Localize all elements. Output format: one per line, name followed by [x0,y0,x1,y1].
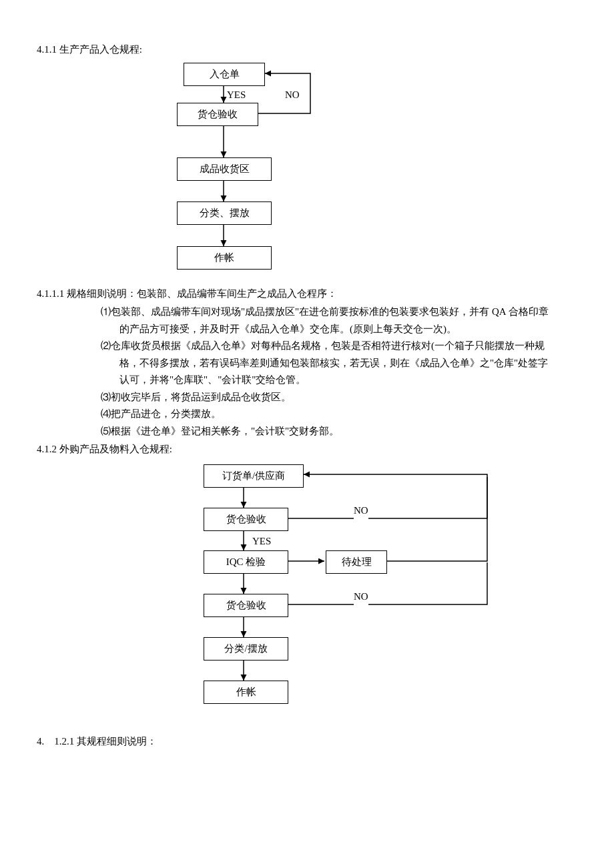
flow2-yes-label: YES [252,533,271,550]
item-2-line3: 认可，并将"仓库联"、"会计联"交给仓管。 [37,372,577,389]
flowchart-1: 入仓单 YES NO 货仓验收 成品收货区 分类、摆放 作帐 [170,63,370,282]
flow2-box-iqc: IQC 检验 [204,550,288,574]
flow1-box-incoming: 入仓单 [184,63,265,87]
item-2-line2: 格，不得多摆放，若有误码率差则通知包装部核实，若无误，则在《成品入仓单》之"仓库… [37,355,577,372]
item-1-line2: 的产品方可接受，并及时开《成品入仓单》交仓库。(原则上每天交仓一次)。 [37,321,577,338]
flow2-box-account: 作帐 [204,681,288,705]
flow1-no-label: NO [285,87,300,104]
flow2-box-receive1: 货仓验收 [204,508,288,532]
flow2-box-receive2: 货仓验收 [204,594,288,618]
flow1-yes-label: YES [227,87,246,104]
flow1-box-area: 成品收货区 [177,157,272,181]
item-1-line1: ⑴包装部、成品编带车间对现场"成品摆放区"在进仓前要按标准的包装要求包装好，并有… [37,304,577,321]
flow1-box-sort: 分类、摆放 [177,201,272,226]
flow1-box-account: 作帐 [177,246,272,270]
flow2-box-sort: 分类/摆放 [204,637,288,661]
flow2-no1-label: NO [354,502,368,520]
section-4-1-2-1-title: 4. 1.2.1 其规程细则说明： [37,733,577,751]
item-3: ⑶初收完毕后，将货品运到成品仓收货区。 [37,389,577,406]
flow2-box-order: 订货单/供应商 [204,464,304,488]
section-4-1-2-title: 4.1.2 外购产品及物料入仓规程: [37,441,577,458]
item-4: ⑷把产品进仓，分类摆放。 [37,406,577,423]
flow2-no2-label: NO [354,588,368,606]
flowchart-2: 订货单/供应商 NO 货仓验收 YES IQC 检验 待处理 NO 货仓验收 分… [200,462,507,729]
item-5: ⑸根据《进仓单》登记相关帐务，"会计联"交财务部。 [37,423,577,440]
section-4-1-1-title: 4.1.1 生产产品入仓规程: [37,41,577,59]
item-2-line1: ⑵仓库收货员根据《成品入仓单》对每种品名规格，包装是否相符进行核对(一个箱子只能… [37,338,577,355]
flow2-box-pending: 待处理 [326,550,387,574]
flow1-box-receive: 货仓验收 [177,103,258,127]
section-4-1-1-1-title: 4.1.1.1 规格细则说明：包装部、成品编带车间生产之成品入仓程序： [37,286,577,303]
